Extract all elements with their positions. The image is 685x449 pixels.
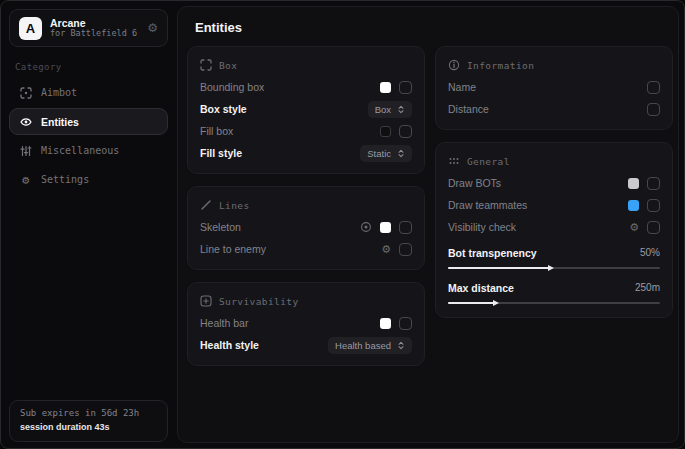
- slider-thumb[interactable]: [493, 300, 499, 306]
- setting-row-draw-bots: Draw BOTs: [448, 172, 660, 194]
- setting-row-draw-teammates: Draw teammates: [448, 194, 660, 216]
- card-title-label: Lines: [219, 200, 250, 211]
- sidebar-item-entities[interactable]: Entities: [9, 108, 168, 135]
- setting-label: Name: [448, 81, 476, 93]
- setting-label: Box style: [200, 103, 247, 115]
- sub-expiry-text: Sub expires in 56d 23h: [20, 407, 157, 421]
- checkbox[interactable]: [647, 221, 660, 234]
- crosshair-icon: [19, 86, 32, 99]
- cards-grid: Box Bounding box Box style Box: [187, 46, 669, 366]
- color-swatch[interactable]: [380, 82, 391, 93]
- checkbox[interactable]: [399, 125, 412, 138]
- grid-dots-icon: [448, 155, 460, 167]
- slider-bot-transparency: Bot transpenency 50%: [448, 238, 660, 269]
- app-window: A Arcane for Battlefield 6 ⚙ Category Ai…: [0, 0, 685, 449]
- fill-style-dropdown[interactable]: Static: [360, 145, 412, 162]
- checkbox[interactable]: [647, 103, 660, 116]
- checkbox[interactable]: [647, 199, 660, 212]
- left-column: Box Bounding box Box style Box: [187, 46, 425, 366]
- box-style-dropdown[interactable]: Box: [368, 101, 412, 118]
- category-label: Category: [15, 62, 162, 72]
- setting-label: Fill box: [200, 125, 233, 137]
- checkbox[interactable]: [399, 243, 412, 256]
- setting-row-health-style: Health style Health based: [200, 334, 412, 356]
- slider-thumb[interactable]: [548, 265, 554, 271]
- slider-track[interactable]: [448, 267, 660, 269]
- setting-label: Bot transpenency: [448, 247, 537, 259]
- checkbox[interactable]: [399, 317, 412, 330]
- dropdown-value: Box: [375, 104, 391, 115]
- slider-value: 250m: [635, 282, 660, 293]
- card-box: Box Bounding box Box style Box: [187, 46, 425, 174]
- slider-track[interactable]: [448, 302, 660, 304]
- checkbox[interactable]: [399, 221, 412, 234]
- card-information-header: Information: [448, 56, 660, 74]
- unfold-icon: [397, 148, 405, 159]
- info-icon: [448, 59, 460, 71]
- page-title: Entities: [195, 20, 669, 36]
- setting-row-distance: Distance: [448, 98, 660, 120]
- card-lines-header: Lines: [200, 196, 412, 214]
- health-pack-icon: [200, 295, 212, 307]
- target-config-icon[interactable]: [360, 221, 372, 233]
- setting-label: Health style: [200, 339, 259, 351]
- card-survivability-header: Survivability: [200, 292, 412, 310]
- right-column: Information Name Distance: [435, 46, 673, 318]
- sidebar-item-label: Miscellaneous: [41, 145, 119, 156]
- card-general: General Draw BOTs Draw teammates: [435, 142, 673, 318]
- health-style-dropdown[interactable]: Health based: [328, 337, 412, 354]
- gear-icon: ⚙: [19, 173, 32, 186]
- card-title-label: Information: [467, 60, 534, 71]
- checkbox[interactable]: [647, 177, 660, 190]
- gear-icon[interactable]: ⚙: [381, 244, 391, 255]
- sidebar-item-miscellaneous[interactable]: Miscellaneous: [9, 137, 168, 164]
- sidebar-item-label: Settings: [41, 174, 89, 185]
- color-swatch[interactable]: [628, 178, 639, 189]
- sidebar: A Arcane for Battlefield 6 ⚙ Category Ai…: [1, 1, 176, 448]
- slider-max-distance: Max distance 250m: [448, 273, 660, 304]
- color-swatch[interactable]: [380, 318, 391, 329]
- setting-label: Fill style: [200, 147, 242, 159]
- setting-row-fill-style: Fill style Static: [200, 142, 412, 164]
- sidebar-item-label: Entities: [41, 116, 79, 128]
- setting-row-visibility-check: Visibility check ⚙: [448, 216, 660, 238]
- card-title-label: Survivability: [219, 296, 299, 307]
- sidebar-item-aimbot[interactable]: Aimbot: [9, 79, 168, 106]
- setting-label: Skeleton: [200, 221, 241, 233]
- setting-row-skeleton: Skeleton: [200, 216, 412, 238]
- subscription-card: Sub expires in 56d 23h session duration …: [9, 400, 168, 442]
- color-swatch[interactable]: [380, 222, 391, 233]
- setting-row-line-to-enemy: Line to enemy ⚙: [200, 238, 412, 260]
- setting-row-name: Name: [448, 76, 660, 98]
- sidebar-nav: Aimbot Entities Miscellaneous ⚙ Settings: [9, 79, 168, 193]
- card-lines: Lines Skeleton Line to enemy: [187, 186, 425, 270]
- setting-label: Bounding box: [200, 81, 264, 93]
- color-swatch[interactable]: [628, 200, 639, 211]
- setting-row-health-bar: Health bar: [200, 312, 412, 334]
- card-survivability: Survivability Health bar Health style He…: [187, 282, 425, 366]
- gear-icon[interactable]: ⚙: [147, 22, 158, 34]
- checkbox[interactable]: [399, 81, 412, 94]
- sliders-icon: [19, 144, 32, 157]
- eye-icon: [19, 115, 32, 128]
- setting-label: Draw teammates: [448, 199, 527, 211]
- setting-row-bounding-box: Bounding box: [200, 76, 412, 98]
- slider-value: 50%: [640, 247, 660, 258]
- setting-label: Draw BOTs: [448, 177, 501, 189]
- card-information: Information Name Distance: [435, 46, 673, 130]
- sidebar-item-settings[interactable]: ⚙ Settings: [9, 166, 168, 193]
- setting-row-fill-box: Fill box: [200, 120, 412, 142]
- app-logo: A: [19, 17, 42, 40]
- card-general-header: General: [448, 152, 660, 170]
- setting-label: Line to enemy: [200, 243, 266, 255]
- sidebar-item-label: Aimbot: [41, 87, 77, 98]
- slider-fill: [448, 302, 495, 304]
- dropdown-value: Static: [367, 148, 391, 159]
- color-swatch[interactable]: [380, 126, 391, 137]
- unfold-icon: [397, 340, 405, 351]
- gear-icon[interactable]: ⚙: [629, 222, 639, 233]
- app-subtitle: for Battlefield 6: [50, 29, 139, 39]
- checkbox[interactable]: [647, 81, 660, 94]
- setting-label: Distance: [448, 103, 489, 115]
- session-duration-text: session duration 43s: [20, 421, 157, 435]
